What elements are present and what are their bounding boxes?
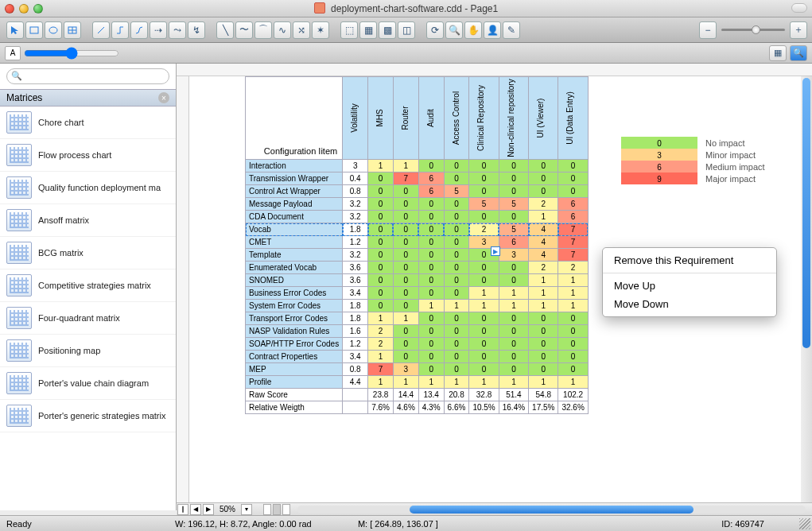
- matrix-cell[interactable]: 1: [368, 351, 394, 363]
- matrix-cell[interactable]: 0: [499, 312, 528, 325]
- matrix-cell[interactable]: 4: [529, 223, 558, 236]
- drawing-canvas[interactable]: Configuration IitemVolatilityMHSRouterAu…: [177, 64, 812, 510]
- matrix-cell[interactable]: 7: [558, 223, 588, 236]
- line-tool-3[interactable]: ⌒: [254, 21, 272, 39]
- matrices-panel-header[interactable]: Matrices ×: [0, 89, 176, 107]
- matrix-cell[interactable]: 0.4: [343, 172, 368, 185]
- matrix-cell[interactable]: 0: [368, 274, 394, 287]
- matrix-column-header[interactable]: Volatility: [343, 77, 368, 160]
- matrix-row-header[interactable]: Enumerated Vocab: [246, 262, 343, 274]
- matrix-cell[interactable]: 0.8: [343, 185, 368, 198]
- matrix-cell[interactable]: 0: [558, 351, 588, 363]
- matrix-cell[interactable]: 1: [529, 287, 558, 300]
- matrices-item[interactable]: Four-quadrant matrix: [0, 302, 176, 335]
- matrix-cell[interactable]: 0: [499, 338, 528, 351]
- matrix-cell[interactable]: 5: [499, 198, 528, 211]
- matrix-cell[interactable]: 1: [558, 376, 588, 389]
- matrix-cell[interactable]: 0: [499, 325, 528, 338]
- matrix-cell[interactable]: 0: [444, 274, 469, 287]
- matrix-row-header[interactable]: Interaction: [246, 160, 343, 172]
- matrix-row[interactable]: CDA Document3.200000016: [246, 211, 589, 223]
- matrix-cell[interactable]: 0: [368, 211, 394, 223]
- library-search-button[interactable]: 🔍: [790, 45, 807, 61]
- matrix-row-header[interactable]: SOAP/HTTP Error Codes: [246, 338, 343, 351]
- matrix-cell[interactable]: 1: [368, 160, 394, 172]
- matrix-cell[interactable]: 0: [469, 363, 499, 376]
- matrix-cell[interactable]: 1.6: [343, 325, 368, 338]
- matrix-cell[interactable]: 2: [558, 262, 588, 274]
- matrix-cell[interactable]: 0: [444, 172, 469, 185]
- matrix-cell[interactable]: 5: [499, 223, 528, 236]
- matrix-row-header[interactable]: Profile: [246, 376, 343, 389]
- matrix-cell[interactable]: 1: [529, 274, 558, 287]
- matrix-cell[interactable]: 0: [368, 185, 394, 198]
- matrix-row[interactable]: Business Error Codes3.400001111: [246, 287, 589, 300]
- matrix-cell[interactable]: 0: [469, 351, 499, 363]
- matrix-row-header[interactable]: Vocab: [246, 223, 343, 236]
- matrix-cell[interactable]: 0: [418, 287, 444, 300]
- matrix-row-header[interactable]: Contract Properties: [246, 351, 343, 363]
- matrix-cell[interactable]: 1: [558, 300, 588, 312]
- matrix-cell[interactable]: 6: [418, 185, 444, 198]
- row-drag-handle[interactable]: ▶: [491, 246, 500, 256]
- matrix-cell[interactable]: 0: [558, 160, 588, 172]
- ctx-move-down[interactable]: Move Down: [603, 295, 776, 313]
- matrix-cell[interactable]: 0: [444, 223, 469, 236]
- matrix-cell[interactable]: 1: [469, 287, 499, 300]
- matrix-row[interactable]: Contract Properties3.410000000: [246, 351, 589, 363]
- matrix-cell[interactable]: 2: [529, 262, 558, 274]
- matrix-row-header[interactable]: SNOMED: [246, 274, 343, 287]
- ctx-remove-requirement[interactable]: Remove this Requirement: [603, 251, 776, 269]
- matrix-cell[interactable]: 1: [393, 376, 418, 389]
- refresh-button[interactable]: ⟳: [426, 21, 444, 39]
- matrix-cell[interactable]: 6: [558, 198, 588, 211]
- zoom-tool-button[interactable]: 🔍: [445, 21, 463, 39]
- matrix-cell[interactable]: 0: [558, 363, 588, 376]
- panel-close-icon[interactable]: ×: [158, 92, 169, 103]
- matrix-cell[interactable]: 4.4: [343, 376, 368, 389]
- group-tool-1[interactable]: ⬚: [340, 21, 358, 39]
- matrix-row[interactable]: Profile4.411111111: [246, 376, 589, 389]
- zoom-slider-thumb[interactable]: [752, 25, 760, 34]
- group-tool-4[interactable]: ◫: [398, 21, 415, 39]
- matrix-row-header[interactable]: MEP: [246, 363, 343, 376]
- matrix-cell[interactable]: 0: [368, 172, 394, 185]
- matrix-row-header[interactable]: CMET: [246, 236, 343, 249]
- matrix-cell[interactable]: 0: [418, 338, 444, 351]
- matrix-cell[interactable]: 0: [444, 160, 469, 172]
- deployment-matrix-object[interactable]: Configuration IitemVolatilityMHSRouterAu…: [245, 76, 589, 414]
- matrix-cell[interactable]: 0: [368, 262, 394, 274]
- matrix-cell[interactable]: 1: [418, 300, 444, 312]
- matrix-cell[interactable]: 0: [469, 274, 499, 287]
- matrix-cell[interactable]: 7: [393, 172, 418, 185]
- matrix-cell[interactable]: 0: [393, 198, 418, 211]
- page-tab-2[interactable]: [273, 504, 281, 515]
- matrices-item[interactable]: Porter's value chain diagram: [0, 367, 176, 400]
- matrix-cell[interactable]: 4: [529, 249, 558, 262]
- matrix-row[interactable]: SOAP/HTTP Error Codes1.220000000: [246, 338, 589, 351]
- matrix-cell[interactable]: 0: [393, 351, 418, 363]
- matrix-row[interactable]: Transport Error Codes1.811000000: [246, 312, 589, 325]
- matrix-cell[interactable]: 0: [393, 287, 418, 300]
- matrix-cell[interactable]: 0: [418, 325, 444, 338]
- matrix-cell[interactable]: 0: [499, 185, 528, 198]
- matrix-cell[interactable]: 0: [529, 338, 558, 351]
- matrix-cell[interactable]: 6: [499, 236, 528, 249]
- matrix-cell[interactable]: 0: [418, 160, 444, 172]
- matrix-cell[interactable]: 0: [368, 249, 394, 262]
- matrix-column-header[interactable]: Audit: [418, 77, 444, 160]
- matrix-cell[interactable]: 1.2: [343, 236, 368, 249]
- matrix-row-header[interactable]: Message Payload: [246, 198, 343, 211]
- matrix-row[interactable]: System Error Codes1.800111111: [246, 300, 589, 312]
- matrix-cell[interactable]: 1: [469, 300, 499, 312]
- matrix-row-header[interactable]: System Error Codes: [246, 300, 343, 312]
- matrix-column-header[interactable]: UI (Viewer): [529, 77, 558, 160]
- connector-tool-6[interactable]: ↯: [188, 21, 205, 39]
- matrix-cell[interactable]: 1: [469, 376, 499, 389]
- connector-tool-1[interactable]: [92, 21, 110, 39]
- matrix-cell[interactable]: 0: [444, 262, 469, 274]
- titlebar-pill-button[interactable]: [791, 3, 807, 13]
- matrix-cell[interactable]: 0: [418, 223, 444, 236]
- matrix-cell[interactable]: 0: [558, 312, 588, 325]
- matrix-cell[interactable]: 6: [558, 211, 588, 223]
